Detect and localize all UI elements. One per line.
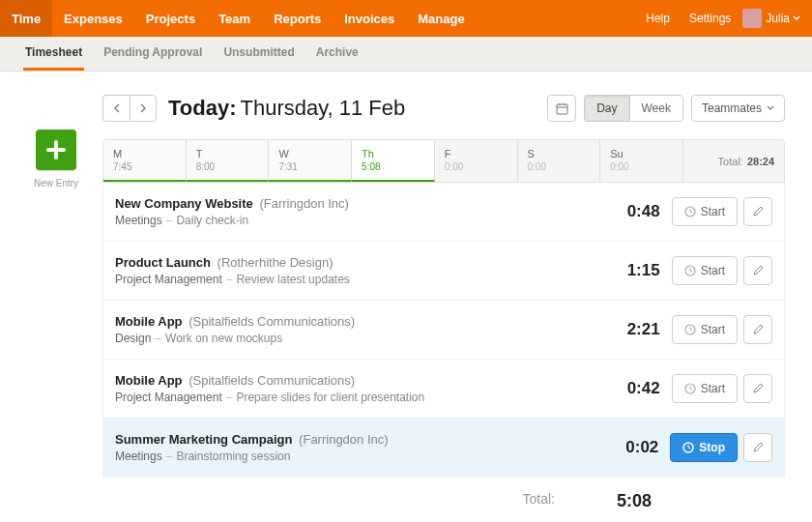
edit-entry-button[interactable] bbox=[743, 374, 772, 403]
nav-tab-team[interactable]: Team bbox=[207, 0, 262, 37]
svg-line-18 bbox=[688, 448, 690, 449]
stop-icon bbox=[682, 442, 694, 453]
start-timer-button[interactable]: Start bbox=[672, 197, 738, 226]
pencil-icon bbox=[752, 442, 764, 453]
new-entry-button[interactable] bbox=[36, 130, 76, 170]
time-entry: Summer Marketing Campaign (Farringdon In… bbox=[103, 419, 784, 478]
svg-line-12 bbox=[690, 330, 692, 331]
entry-duration: 0:48 bbox=[602, 202, 660, 221]
nav-tab-manage[interactable]: Manage bbox=[406, 0, 476, 37]
entry-client: (Farringdon Inc) bbox=[256, 196, 349, 211]
day-duration: 5:08 bbox=[362, 161, 424, 172]
subnav-item-archive[interactable]: Archive bbox=[314, 36, 361, 71]
clock-icon bbox=[684, 206, 696, 218]
dash-separator: – bbox=[166, 450, 173, 463]
day-strip: M7:45T8:00W7:31Th5:08F0:00S0:00Su0:00Tot… bbox=[102, 139, 785, 183]
start-timer-button[interactable]: Start bbox=[672, 315, 738, 344]
day-cell[interactable]: Th5:08 bbox=[352, 140, 435, 182]
user-name: Julia bbox=[766, 12, 790, 25]
entry-client: (Spitalfields Communications) bbox=[186, 314, 356, 329]
calendar-button[interactable] bbox=[547, 95, 576, 122]
edit-entry-button[interactable] bbox=[743, 433, 772, 462]
time-entry: Mobile App (Spitalfields Communications)… bbox=[103, 360, 784, 419]
entry-project: Product Launch bbox=[115, 255, 211, 270]
entry-task: Meetings bbox=[115, 450, 162, 463]
nav-tab-reports[interactable]: Reports bbox=[262, 0, 333, 37]
sub-nav: TimesheetPending ApprovalUnsubmittedArch… bbox=[0, 37, 812, 72]
day-cell[interactable]: W7:31 bbox=[269, 140, 352, 182]
nav-tab-time[interactable]: Time bbox=[0, 0, 52, 37]
nav-tab-projects[interactable]: Projects bbox=[134, 0, 207, 37]
dash-separator: – bbox=[226, 273, 233, 286]
day-duration: 8:00 bbox=[196, 161, 259, 172]
dash-separator: – bbox=[226, 391, 233, 404]
entry-duration: 2:21 bbox=[602, 320, 660, 339]
calendar-icon bbox=[556, 102, 568, 115]
edit-entry-button[interactable] bbox=[743, 256, 772, 285]
pencil-icon bbox=[752, 383, 764, 394]
entry-notes: Prepare slides for client presentation bbox=[236, 391, 424, 404]
entry-notes: Work on new mockups bbox=[165, 332, 282, 345]
chevron-left-icon bbox=[113, 103, 121, 113]
day-cell[interactable]: Su0:00 bbox=[600, 140, 683, 182]
day-of-week: M bbox=[113, 148, 176, 160]
edit-entry-button[interactable] bbox=[743, 315, 772, 344]
nav-tab-expenses[interactable]: Expenses bbox=[52, 0, 134, 37]
clock-icon bbox=[684, 265, 696, 276]
entry-duration: 0:42 bbox=[602, 379, 660, 398]
subnav-item-unsubmitted[interactable]: Unsubmitted bbox=[221, 36, 296, 71]
avatar bbox=[742, 9, 762, 28]
day-cell[interactable]: S0:00 bbox=[518, 140, 601, 182]
subnav-item-pending-approval[interactable]: Pending Approval bbox=[102, 36, 204, 71]
settings-link[interactable]: Settings bbox=[682, 12, 739, 25]
pencil-icon bbox=[752, 206, 764, 218]
day-of-week: Su bbox=[610, 148, 673, 160]
view-week-button[interactable]: Week bbox=[629, 95, 683, 122]
view-day-button[interactable]: Day bbox=[584, 95, 628, 122]
entry-notes: Review latest updates bbox=[236, 273, 349, 286]
entry-task: Project Management bbox=[115, 273, 222, 286]
entry-notes: Brainstorming session bbox=[176, 450, 290, 463]
today-label: Today: bbox=[168, 96, 236, 121]
subnav-item-timesheet[interactable]: Timesheet bbox=[23, 36, 84, 71]
day-cell[interactable]: F0:00 bbox=[435, 140, 518, 182]
prev-day-button[interactable] bbox=[102, 95, 130, 122]
teammates-dropdown[interactable]: Teammates bbox=[691, 95, 785, 122]
entry-project: New Company Website bbox=[115, 196, 253, 211]
entry-client: (Farringdon Inc) bbox=[296, 432, 389, 447]
day-of-week: Th bbox=[362, 148, 424, 160]
entry-project: Summer Marketing Campaign bbox=[115, 432, 293, 447]
next-day-button[interactable] bbox=[130, 95, 157, 122]
day-duration: 0:00 bbox=[528, 161, 591, 172]
dash-separator: – bbox=[155, 332, 161, 345]
entry-duration: 1:15 bbox=[602, 261, 660, 280]
day-duration: 7:31 bbox=[278, 161, 341, 172]
day-cell[interactable]: T8:00 bbox=[187, 140, 270, 182]
day-total-value: 5:08 bbox=[594, 491, 652, 511]
svg-line-6 bbox=[690, 212, 692, 213]
nav-tab-invoices[interactable]: Invoices bbox=[333, 0, 406, 37]
entry-task: Design bbox=[115, 332, 151, 345]
new-entry-label: New Entry bbox=[29, 178, 83, 188]
start-timer-button[interactable]: Start bbox=[672, 256, 738, 285]
entries-list: New Company Website (Farringdon Inc)Meet… bbox=[102, 183, 785, 478]
day-total-row: Total: 5:08 bbox=[102, 478, 785, 522]
day-cell[interactable]: M7:45 bbox=[103, 140, 187, 182]
entry-task: Project Management bbox=[115, 391, 222, 404]
clock-icon bbox=[684, 383, 696, 394]
edit-entry-button[interactable] bbox=[743, 197, 772, 226]
svg-line-15 bbox=[690, 389, 692, 390]
entry-client: (Spitalfields Communications) bbox=[186, 373, 356, 388]
clock-icon bbox=[684, 324, 696, 335]
week-total-cell: Total:28:24 bbox=[683, 140, 784, 182]
help-link[interactable]: Help bbox=[638, 12, 678, 25]
teammates-label: Teammates bbox=[702, 102, 762, 115]
time-entry: Product Launch (Rotherhithe Design)Proje… bbox=[103, 242, 784, 301]
entry-notes: Daily check-in bbox=[176, 214, 248, 227]
day-of-week: W bbox=[278, 148, 341, 160]
start-timer-button[interactable]: Start bbox=[672, 374, 738, 403]
stop-timer-button[interactable]: Stop bbox=[670, 433, 738, 462]
day-of-week: T bbox=[196, 148, 259, 160]
user-menu[interactable]: Julia bbox=[742, 9, 800, 28]
svg-rect-0 bbox=[557, 104, 567, 114]
